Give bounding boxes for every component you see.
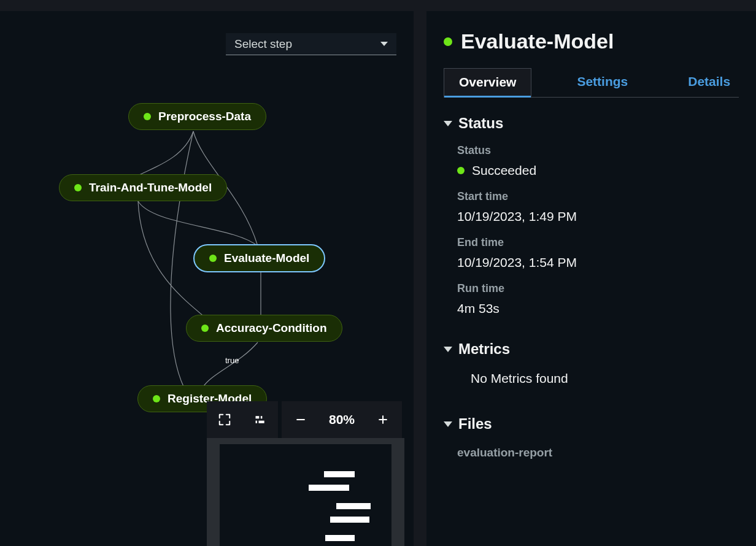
section-title: Files bbox=[458, 415, 492, 433]
section-status-toggle[interactable]: Status bbox=[444, 115, 739, 132]
tab-overview[interactable]: Overview bbox=[444, 68, 531, 97]
start-time-value: 10/19/2023, 1:49 PM bbox=[457, 209, 739, 224]
file-item[interactable]: evaluation-report bbox=[457, 446, 739, 459]
status-dot-icon bbox=[209, 255, 217, 262]
node-accuracy-condition[interactable]: Accuracy-Condition bbox=[186, 315, 342, 342]
plus-icon bbox=[377, 413, 389, 426]
node-label: Preprocess-Data bbox=[158, 110, 251, 123]
top-chrome-bar bbox=[0, 0, 756, 11]
detail-tabs: Overview Settings Details bbox=[444, 68, 739, 98]
section-status: Status Status Succeeded Start time 10/19… bbox=[444, 115, 739, 316]
layout-button[interactable] bbox=[242, 401, 278, 438]
chevron-down-icon bbox=[380, 42, 388, 46]
status-dot-icon bbox=[444, 37, 452, 46]
metrics-empty-text: No Metrics found bbox=[471, 371, 739, 386]
run-time-value: 4m 53s bbox=[457, 301, 739, 316]
status-dot-icon bbox=[201, 325, 209, 332]
section-metrics: Metrics No Metrics found bbox=[444, 340, 739, 386]
caret-down-icon bbox=[444, 421, 452, 427]
node-label: Accuracy-Condition bbox=[216, 321, 327, 335]
end-time-value: 10/19/2023, 1:54 PM bbox=[457, 255, 739, 270]
run-time-label: Run time bbox=[457, 282, 739, 295]
section-metrics-toggle[interactable]: Metrics bbox=[444, 340, 739, 358]
tab-details[interactable]: Details bbox=[673, 68, 745, 97]
detail-title: Evaluate-Model bbox=[461, 29, 614, 53]
zoom-level-label: 80% bbox=[320, 401, 364, 438]
node-evaluate-model[interactable]: Evaluate-Model bbox=[193, 244, 325, 272]
canvas-toolbar: 80% bbox=[207, 401, 402, 438]
minimap-viewport bbox=[220, 444, 392, 546]
status-dot-icon bbox=[153, 395, 160, 402]
section-files-toggle[interactable]: Files bbox=[444, 415, 739, 433]
section-files: Files evaluation-report bbox=[444, 415, 739, 459]
section-title: Metrics bbox=[458, 340, 510, 358]
edge-label-true: true bbox=[225, 356, 239, 365]
zoom-in-button[interactable] bbox=[364, 401, 402, 438]
svg-rect-2 bbox=[256, 421, 258, 423]
status-dot-icon bbox=[144, 113, 151, 120]
status-dot-icon bbox=[74, 184, 82, 191]
status-label: Status bbox=[457, 144, 739, 157]
section-title: Status bbox=[458, 115, 503, 132]
node-train-and-tune-model[interactable]: Train-And-Tune-Model bbox=[59, 174, 227, 201]
svg-rect-3 bbox=[259, 421, 264, 423]
end-time-label: End time bbox=[457, 236, 739, 249]
caret-down-icon bbox=[444, 347, 452, 352]
status-value: Succeeded bbox=[457, 163, 739, 178]
svg-rect-1 bbox=[261, 416, 263, 418]
start-time-label: Start time bbox=[457, 190, 739, 203]
caret-down-icon bbox=[444, 121, 452, 126]
node-label: Evaluate-Model bbox=[224, 252, 309, 265]
node-preprocess-data[interactable]: Preprocess-Data bbox=[128, 103, 266, 130]
step-select-placeholder: Select step bbox=[234, 37, 292, 51]
minimap[interactable] bbox=[207, 438, 404, 546]
fit-view-button[interactable] bbox=[207, 401, 242, 438]
layout-icon bbox=[254, 413, 266, 426]
step-select-dropdown[interactable]: Select step bbox=[226, 33, 396, 55]
node-label: Train-And-Tune-Model bbox=[89, 181, 212, 194]
tab-settings[interactable]: Settings bbox=[562, 68, 642, 97]
minus-icon bbox=[295, 413, 307, 426]
status-dot-icon bbox=[457, 167, 465, 174]
pipeline-canvas[interactable]: Select step Preprocess-Data Train-And-Tu… bbox=[0, 11, 414, 546]
detail-pane: Evaluate-Model Overview Settings Details… bbox=[426, 11, 756, 546]
zoom-out-button[interactable] bbox=[282, 401, 320, 438]
svg-rect-0 bbox=[256, 416, 260, 418]
fullscreen-icon bbox=[218, 413, 231, 426]
